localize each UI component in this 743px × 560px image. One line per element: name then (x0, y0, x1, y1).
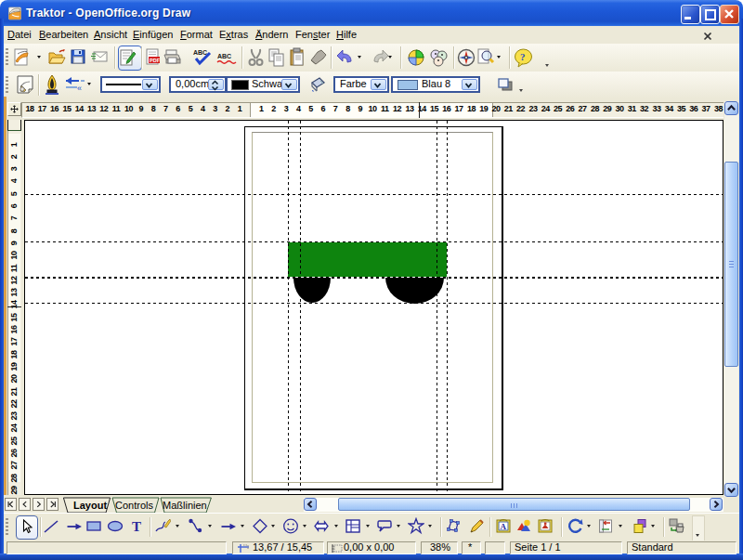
svg-text:A: A (501, 522, 507, 531)
svg-text:Maßlinien: Maßlinien (163, 500, 207, 511)
svg-text:Controls: Controls (115, 500, 153, 511)
svg-text:ABC: ABC (217, 53, 231, 59)
svg-text:Layout: Layout (73, 500, 107, 511)
svg-text:PDF: PDF (150, 58, 161, 63)
svg-text:ABC: ABC (193, 49, 207, 56)
svg-text:?: ? (520, 51, 526, 62)
svg-text:T: T (132, 519, 141, 534)
svg-text:«: « (77, 84, 82, 93)
